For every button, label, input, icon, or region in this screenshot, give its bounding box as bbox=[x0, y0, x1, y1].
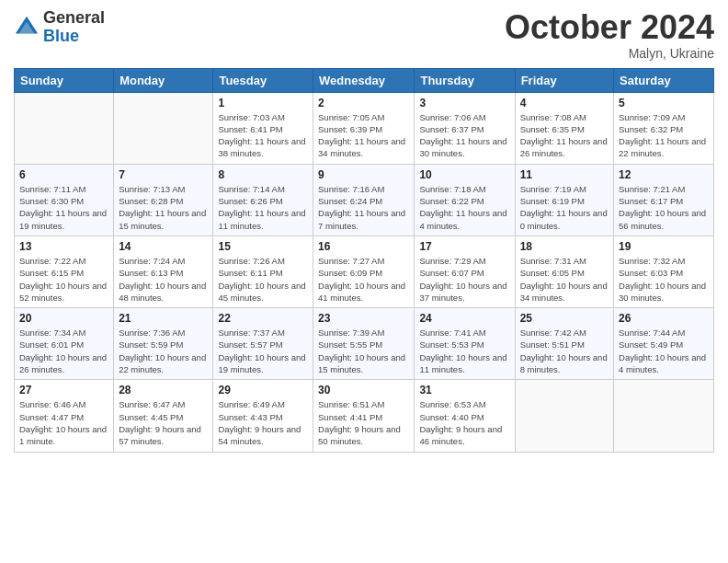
day-detail: Sunrise: 6:51 AMSunset: 4:41 PMDaylight:… bbox=[318, 398, 409, 447]
page: General Blue October 2024 Malyn, Ukraine… bbox=[0, 0, 728, 563]
day-detail: Sunrise: 7:34 AMSunset: 6:01 PMDaylight:… bbox=[19, 327, 108, 375]
day-detail: Sunrise: 7:32 AMSunset: 6:03 PMDaylight:… bbox=[619, 255, 709, 304]
day-number: 1 bbox=[218, 97, 308, 109]
calendar-cell-w1-d4: 2Sunrise: 7:05 AMSunset: 6:39 PMDaylight… bbox=[313, 92, 415, 164]
day-detail: Sunrise: 7:13 AMSunset: 6:28 PMDaylight:… bbox=[119, 183, 208, 232]
day-detail: Sunrise: 7:18 AMSunset: 6:22 PMDaylight:… bbox=[419, 183, 509, 232]
logo-text: General Blue bbox=[43, 9, 105, 46]
day-detail: Sunrise: 7:05 AMSunset: 6:39 PMDaylight:… bbox=[318, 111, 409, 160]
day-detail: Sunrise: 7:14 AMSunset: 6:26 PMDaylight:… bbox=[218, 183, 308, 232]
col-thursday: Thursday bbox=[415, 68, 515, 92]
logo: General Blue bbox=[14, 9, 105, 46]
calendar-cell-w1-d5: 3Sunrise: 7:06 AMSunset: 6:37 PMDaylight… bbox=[415, 92, 515, 164]
day-number: 5 bbox=[619, 97, 709, 109]
calendar-cell-w2-d2: 7Sunrise: 7:13 AMSunset: 6:28 PMDaylight… bbox=[114, 164, 213, 236]
day-number: 24 bbox=[419, 312, 509, 325]
day-number: 19 bbox=[619, 240, 709, 253]
col-wednesday: Wednesday bbox=[313, 68, 415, 92]
day-detail: Sunrise: 7:19 AMSunset: 6:19 PMDaylight:… bbox=[520, 183, 609, 232]
calendar-week-1: 1Sunrise: 7:03 AMSunset: 6:41 PMDaylight… bbox=[15, 92, 714, 164]
day-detail: Sunrise: 7:27 AMSunset: 6:09 PMDaylight:… bbox=[318, 255, 409, 304]
calendar-cell-w2-d3: 8Sunrise: 7:14 AMSunset: 6:26 PMDaylight… bbox=[213, 164, 313, 236]
calendar-cell-w4-d6: 25Sunrise: 7:42 AMSunset: 5:51 PMDayligh… bbox=[515, 308, 613, 380]
day-detail: Sunrise: 7:24 AMSunset: 6:13 PMDaylight:… bbox=[119, 255, 208, 304]
calendar-week-5: 27Sunrise: 6:46 AMSunset: 4:47 PMDayligh… bbox=[15, 380, 714, 452]
day-detail: Sunrise: 7:36 AMSunset: 5:59 PMDaylight:… bbox=[119, 327, 208, 375]
calendar-cell-w5-d2: 28Sunrise: 6:47 AMSunset: 4:45 PMDayligh… bbox=[114, 380, 213, 452]
calendar-cell-w1-d7: 5Sunrise: 7:09 AMSunset: 6:32 PMDaylight… bbox=[614, 92, 714, 164]
calendar-cell-w3-d1: 13Sunrise: 7:22 AMSunset: 6:15 PMDayligh… bbox=[15, 236, 114, 307]
col-friday: Friday bbox=[515, 68, 613, 92]
calendar-cell-w5-d1: 27Sunrise: 6:46 AMSunset: 4:47 PMDayligh… bbox=[15, 380, 114, 452]
day-detail: Sunrise: 7:06 AMSunset: 6:37 PMDaylight:… bbox=[419, 111, 509, 160]
day-detail: Sunrise: 7:21 AMSunset: 6:17 PMDaylight:… bbox=[619, 183, 709, 232]
calendar-cell-w2-d6: 11Sunrise: 7:19 AMSunset: 6:19 PMDayligh… bbox=[515, 164, 613, 236]
calendar-cell-w5-d7 bbox=[614, 380, 714, 452]
day-number: 4 bbox=[520, 97, 609, 109]
day-number: 18 bbox=[520, 240, 609, 253]
day-number: 22 bbox=[218, 312, 308, 325]
day-detail: Sunrise: 7:16 AMSunset: 6:24 PMDaylight:… bbox=[318, 183, 409, 232]
day-detail: Sunrise: 7:31 AMSunset: 6:05 PMDaylight:… bbox=[520, 255, 609, 304]
calendar-cell-w3-d4: 16Sunrise: 7:27 AMSunset: 6:09 PMDayligh… bbox=[313, 236, 415, 307]
col-saturday: Saturday bbox=[614, 68, 714, 92]
calendar-cell-w1-d6: 4Sunrise: 7:08 AMSunset: 6:35 PMDaylight… bbox=[515, 92, 613, 164]
day-number: 15 bbox=[218, 240, 308, 253]
day-number: 10 bbox=[419, 168, 509, 181]
calendar-cell-w2-d5: 10Sunrise: 7:18 AMSunset: 6:22 PMDayligh… bbox=[415, 164, 515, 236]
calendar-cell-w4-d4: 23Sunrise: 7:39 AMSunset: 5:55 PMDayligh… bbox=[313, 308, 415, 380]
day-detail: Sunrise: 7:41 AMSunset: 5:53 PMDaylight:… bbox=[419, 327, 509, 375]
calendar-week-2: 6Sunrise: 7:11 AMSunset: 6:30 PMDaylight… bbox=[15, 164, 714, 236]
col-sunday: Sunday bbox=[15, 68, 114, 92]
day-detail: Sunrise: 7:42 AMSunset: 5:51 PMDaylight:… bbox=[520, 327, 609, 375]
calendar-cell-w4-d5: 24Sunrise: 7:41 AMSunset: 5:53 PMDayligh… bbox=[415, 308, 515, 380]
day-number: 27 bbox=[19, 384, 108, 396]
day-number: 17 bbox=[419, 240, 509, 253]
day-detail: Sunrise: 6:49 AMSunset: 4:43 PMDaylight:… bbox=[218, 398, 308, 447]
day-detail: Sunrise: 7:09 AMSunset: 6:32 PMDaylight:… bbox=[619, 111, 709, 160]
title-block: October 2024 Malyn, Ukraine bbox=[505, 9, 714, 61]
calendar-cell-w2-d4: 9Sunrise: 7:16 AMSunset: 6:24 PMDaylight… bbox=[313, 164, 415, 236]
calendar-cell-w3-d7: 19Sunrise: 7:32 AMSunset: 6:03 PMDayligh… bbox=[614, 236, 714, 307]
day-detail: Sunrise: 7:44 AMSunset: 5:49 PMDaylight:… bbox=[619, 327, 709, 375]
calendar-cell-w2-d7: 12Sunrise: 7:21 AMSunset: 6:17 PMDayligh… bbox=[614, 164, 714, 236]
logo-blue-text: Blue bbox=[43, 28, 105, 46]
day-detail: Sunrise: 7:03 AMSunset: 6:41 PMDaylight:… bbox=[218, 111, 308, 160]
day-number: 28 bbox=[119, 384, 208, 396]
calendar-cell-w4-d7: 26Sunrise: 7:44 AMSunset: 5:49 PMDayligh… bbox=[614, 308, 714, 380]
day-detail: Sunrise: 7:22 AMSunset: 6:15 PMDaylight:… bbox=[19, 255, 108, 304]
calendar-cell-w2-d1: 6Sunrise: 7:11 AMSunset: 6:30 PMDaylight… bbox=[15, 164, 114, 236]
day-detail: Sunrise: 7:37 AMSunset: 5:57 PMDaylight:… bbox=[218, 327, 308, 375]
day-detail: Sunrise: 7:29 AMSunset: 6:07 PMDaylight:… bbox=[419, 255, 509, 304]
col-tuesday: Tuesday bbox=[213, 68, 313, 92]
calendar-cell-w3-d6: 18Sunrise: 7:31 AMSunset: 6:05 PMDayligh… bbox=[515, 236, 613, 307]
calendar-table: Sunday Monday Tuesday Wednesday Thursday… bbox=[14, 68, 714, 453]
calendar-cell-w4-d2: 21Sunrise: 7:36 AMSunset: 5:59 PMDayligh… bbox=[114, 308, 213, 380]
location-subtitle: Malyn, Ukraine bbox=[505, 46, 714, 61]
logo-icon bbox=[14, 15, 40, 40]
day-detail: Sunrise: 7:11 AMSunset: 6:30 PMDaylight:… bbox=[19, 183, 108, 232]
day-number: 11 bbox=[520, 168, 609, 181]
calendar-cell-w3-d3: 15Sunrise: 7:26 AMSunset: 6:11 PMDayligh… bbox=[213, 236, 313, 307]
calendar-cell-w5-d6 bbox=[515, 380, 613, 452]
day-number: 26 bbox=[619, 312, 709, 325]
day-number: 30 bbox=[318, 384, 409, 396]
day-detail: Sunrise: 6:53 AMSunset: 4:40 PMDaylight:… bbox=[419, 398, 509, 447]
calendar-week-3: 13Sunrise: 7:22 AMSunset: 6:15 PMDayligh… bbox=[15, 236, 714, 307]
calendar-cell-w5-d5: 31Sunrise: 6:53 AMSunset: 4:40 PMDayligh… bbox=[415, 380, 515, 452]
day-number: 7 bbox=[119, 168, 208, 181]
day-number: 29 bbox=[218, 384, 308, 396]
calendar-cell-w5-d4: 30Sunrise: 6:51 AMSunset: 4:41 PMDayligh… bbox=[313, 380, 415, 452]
month-title: October 2024 bbox=[505, 9, 714, 46]
day-number: 2 bbox=[318, 97, 409, 109]
day-number: 25 bbox=[520, 312, 609, 325]
day-number: 14 bbox=[119, 240, 208, 253]
day-number: 21 bbox=[119, 312, 208, 325]
day-number: 9 bbox=[318, 168, 409, 181]
day-detail: Sunrise: 6:47 AMSunset: 4:45 PMDaylight:… bbox=[119, 398, 208, 447]
header: General Blue October 2024 Malyn, Ukraine bbox=[14, 9, 714, 61]
day-detail: Sunrise: 7:39 AMSunset: 5:55 PMDaylight:… bbox=[318, 327, 409, 375]
calendar-cell-w1-d1 bbox=[15, 92, 114, 164]
calendar-cell-w1-d2 bbox=[114, 92, 213, 164]
day-detail: Sunrise: 7:08 AMSunset: 6:35 PMDaylight:… bbox=[520, 111, 609, 160]
